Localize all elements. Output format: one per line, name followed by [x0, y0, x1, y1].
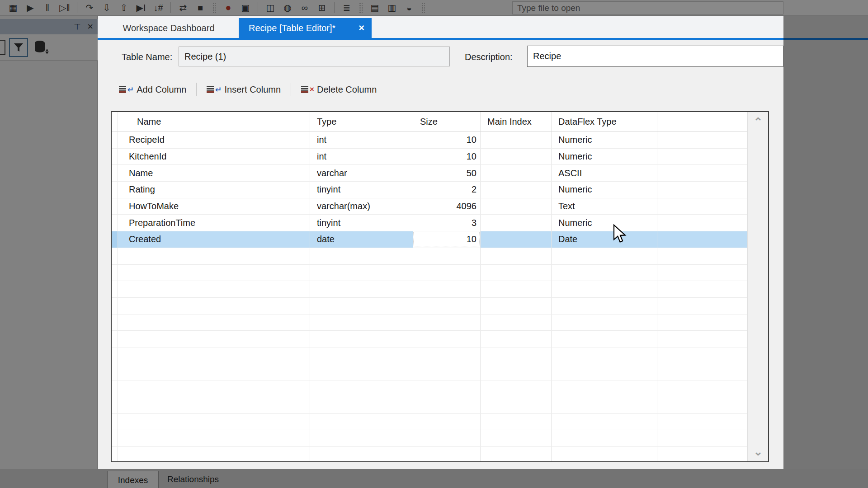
empty-cell[interactable]	[552, 314, 657, 331]
empty-cell[interactable]	[657, 364, 747, 380]
empty-cell[interactable]	[118, 281, 310, 297]
empty-cell[interactable]	[112, 447, 118, 461]
cell-type[interactable]: varchar	[310, 165, 413, 181]
row-header-cell[interactable]	[112, 231, 118, 248]
empty-cell[interactable]	[413, 248, 481, 264]
empty-cell[interactable]	[413, 331, 481, 347]
empty-cell[interactable]	[413, 447, 481, 461]
empty-cell[interactable]	[310, 248, 413, 264]
cell-filler[interactable]	[657, 165, 747, 181]
empty-cell[interactable]	[657, 414, 747, 430]
empty-cell[interactable]	[310, 447, 413, 461]
empty-cell[interactable]	[657, 397, 747, 413]
cell-size[interactable]: 50	[413, 165, 481, 181]
database-icon[interactable]: ▤	[367, 1, 382, 14]
call-stack-icon[interactable]: ≣	[339, 1, 354, 14]
empty-cell[interactable]	[112, 414, 118, 430]
cell-main-index[interactable]	[481, 231, 552, 248]
empty-cell[interactable]	[112, 248, 118, 264]
tab-close-icon[interactable]: ×	[359, 22, 364, 34]
tab-workspace-dashboard[interactable]: Workspace Dashboard	[108, 19, 230, 38]
cell-type[interactable]: date	[310, 231, 413, 248]
empty-cell[interactable]	[310, 314, 413, 331]
empty-cell[interactable]	[118, 314, 310, 331]
empty-cell[interactable]	[552, 347, 657, 364]
empty-cell[interactable]	[413, 314, 481, 331]
grid-empty-row[interactable]	[112, 414, 747, 431]
cell-dataflex-type[interactable]: Text	[552, 198, 657, 215]
table-inspect-icon[interactable]: ⊞	[314, 1, 330, 14]
empty-cell[interactable]	[112, 298, 118, 314]
cell-main-index[interactable]	[481, 182, 552, 198]
grid-empty-row[interactable]	[112, 397, 747, 414]
empty-cell[interactable]	[310, 380, 413, 397]
grid-row-kitchenid[interactable]: KitchenIdint10Numeric	[112, 149, 747, 165]
cell-type[interactable]: tinyint	[310, 182, 413, 198]
column-header-main-index[interactable]: Main Index	[481, 112, 552, 131]
empty-cell[interactable]	[112, 347, 118, 364]
empty-cell[interactable]	[481, 397, 552, 413]
empty-cell[interactable]	[118, 248, 310, 264]
column-header-size[interactable]: Size	[413, 112, 481, 131]
step-over-icon[interactable]: ↷	[82, 1, 97, 14]
column-header-name[interactable]: Name	[118, 112, 310, 131]
empty-cell[interactable]	[118, 298, 310, 314]
empty-cell[interactable]	[413, 347, 481, 364]
cell-name[interactable]: RecipeId	[118, 132, 310, 148]
run-icon[interactable]: ▶	[23, 1, 38, 14]
step-icon[interactable]: ▷‖	[57, 1, 72, 14]
cell-size[interactable]: 2	[413, 182, 481, 198]
grid-empty-row[interactable]	[112, 430, 747, 447]
empty-cell[interactable]	[118, 347, 310, 364]
empty-cell[interactable]	[552, 364, 657, 380]
cell-name[interactable]: KitchenId	[118, 149, 310, 165]
cell-name[interactable]: HowToMake	[118, 198, 310, 215]
empty-cell[interactable]	[310, 331, 413, 347]
columns-grid[interactable]: Name Type Size Main Index DataFlex Type …	[111, 111, 769, 462]
tab-indexes[interactable]: Indexes	[107, 471, 159, 488]
empty-cell[interactable]	[552, 298, 657, 314]
step-into-icon[interactable]: ⇩	[99, 1, 114, 14]
empty-cell[interactable]	[118, 430, 310, 446]
pin-icon[interactable]: ⊥	[74, 23, 81, 31]
delete-column-button[interactable]: ×Delete Column	[297, 83, 381, 97]
cell-name[interactable]: Rating	[118, 182, 310, 198]
empty-cell[interactable]	[310, 397, 413, 413]
cell-dataflex-type[interactable]: Numeric	[552, 149, 657, 165]
empty-cell[interactable]	[481, 248, 552, 264]
empty-cell[interactable]	[552, 331, 657, 347]
empty-cell[interactable]	[112, 314, 118, 331]
cell-filler[interactable]	[657, 182, 747, 198]
breakpoints-window-icon[interactable]: ▣	[238, 1, 253, 14]
empty-cell[interactable]	[657, 248, 747, 264]
grid-empty-row[interactable]	[112, 331, 747, 347]
cell-type[interactable]: tinyint	[310, 215, 413, 231]
table-name-input[interactable]: Recipe (1)	[179, 47, 450, 66]
empty-cell[interactable]	[413, 364, 481, 380]
row-header-cell[interactable]	[112, 198, 118, 215]
cell-type[interactable]: int	[310, 149, 413, 165]
grid-row-created[interactable]: Createddate10Date	[112, 231, 747, 248]
row-header-cell[interactable]	[112, 215, 118, 231]
empty-cell[interactable]	[657, 380, 747, 397]
cell-main-index[interactable]	[481, 215, 552, 231]
empty-cell[interactable]	[310, 281, 413, 297]
row-header-cell[interactable]	[112, 132, 118, 148]
file-search-input[interactable]: Type file to open	[512, 1, 783, 14]
toggle-breakpoint-icon[interactable]: ●	[221, 1, 236, 14]
empty-cell[interactable]	[481, 331, 552, 347]
grid-empty-row[interactable]	[112, 364, 747, 381]
cell-filler[interactable]	[657, 215, 747, 231]
grid-row-name[interactable]: Namevarchar50ASCII	[112, 165, 747, 182]
inspect-icon[interactable]: ∞	[297, 1, 312, 14]
column-header-type[interactable]: Type	[310, 112, 413, 131]
empty-cell[interactable]	[118, 364, 310, 380]
empty-cell[interactable]	[552, 430, 657, 446]
cell-filler[interactable]	[657, 132, 747, 148]
empty-cell[interactable]	[657, 265, 747, 281]
cell-filler[interactable]	[657, 149, 747, 165]
empty-cell[interactable]	[657, 331, 747, 347]
empty-cell[interactable]	[657, 314, 747, 331]
grid-row-rating[interactable]: Ratingtinyint2Numeric	[112, 182, 747, 198]
grid-empty-row[interactable]	[112, 347, 747, 364]
